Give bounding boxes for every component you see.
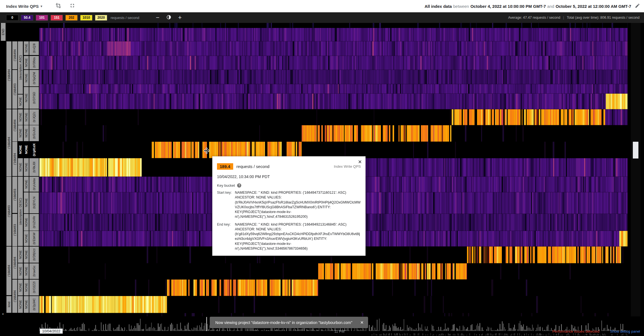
key-range-chip-keys[interactable]: (b'yUebo [29, 177, 39, 192]
key-range-chip-keys[interactable]: (b'D9jVzl [29, 247, 39, 263]
key-range-chip-group-4[interactable]: NONE [24, 70, 29, 86]
legend-stop: 50.4 [21, 15, 33, 21]
key-range-chip-keys[interactable]: (b'U2VRr [29, 214, 39, 231]
vertical-scrollbar-track[interactable] [631, 23, 640, 316]
legend-stop: 101 [36, 15, 48, 21]
legend-stop: 1010 [80, 15, 92, 21]
show-debug-panel-link[interactable]: Show debug panel [610, 329, 640, 333]
key-range-chip-group-4[interactable]: NONE [24, 296, 29, 313]
key-range-chip-keys[interactable]: (b'O2Z2l [29, 280, 39, 295]
key-range-chip-group-1[interactable]: ('166494 [6, 109, 11, 176]
key-range-chip-group-4[interactable]: NONE [24, 192, 29, 213]
key-range-sidebar: * END('166494('166494('166493('166494kin… [0, 23, 39, 316]
tooltip-metric-label: Index Write QPS [334, 164, 361, 169]
zoom-in-button[interactable]: + [178, 15, 182, 21]
key-range-chip-group-2[interactable]: ('166494 [12, 41, 17, 69]
tooltip-close-icon[interactable]: ✕ [358, 159, 362, 165]
key-range-chip-group-2[interactable]: ('166494 [12, 142, 17, 176]
performance-warning-text: Performance issues detected [552, 329, 599, 333]
legend-toolbar: 050.410115120210102020 requests / second… [0, 12, 644, 23]
key-range-chip-group-2[interactable]: ('166493 [12, 70, 17, 109]
key-range-chip-keys[interactable]: (b'2p34C [29, 296, 39, 313]
end-key-value: NAMESPACE: '' KIND: kind PROPERTIES: ('1… [235, 222, 361, 251]
key-range-chip-group-4[interactable]: NONE [24, 142, 29, 158]
key-range-chip-group-2[interactable]: ('166494 [12, 280, 17, 313]
crop-button[interactable] [54, 2, 62, 10]
legend-stop: 202 [65, 15, 78, 21]
metric-dropdown-label: Index Write QPS [6, 4, 39, 9]
legend-stop: 0 [6, 15, 18, 21]
stats-divider: | [563, 16, 564, 20]
start-key-label: Start key: [217, 190, 235, 219]
key-range-chip-group-4[interactable]: NONE [24, 56, 29, 69]
legend-units-label: requests / second [111, 16, 139, 20]
key-range-chip-keys[interactable]: (b'JQZc [29, 109, 39, 125]
timeline-playhead[interactable] [206, 317, 207, 331]
end-key-label: End key: [217, 222, 235, 251]
timeline-date-chip: 10/04/2022 [40, 328, 63, 334]
key-range-chip-keys[interactable]: (b'EbKW [29, 231, 39, 246]
key-range-chip-group-2[interactable]: ('166494 [12, 109, 17, 141]
key-range-chip-keys[interactable]: (b'EnJlzl [29, 125, 39, 141]
legend-stop: 151 [51, 15, 63, 21]
key-range-chip-keys[interactable]: (b'l39ds [29, 56, 39, 69]
key-range-chip-group-3[interactable]: NONE [18, 263, 23, 279]
key-range-chip-group-3[interactable]: NONE [18, 280, 23, 295]
key-range-chip-group-3[interactable]: NONE [18, 94, 23, 108]
key-range-chip-group-3[interactable]: (description: DESC) [18, 177, 23, 246]
fullscreen-button[interactable] [68, 2, 76, 10]
key-range-chip-keys[interactable]: (b'SpQNl [29, 70, 39, 86]
key-range-chip-group-4[interactable]: NONE [24, 41, 29, 55]
help-icon[interactable]: ? [237, 183, 241, 188]
key-range-chip-group-1[interactable]: ('166493 [6, 177, 11, 246]
key-range-chip-group-2[interactable]: ('166494 [12, 247, 17, 279]
time-range-summary: All index data between October 4, 2022 a… [424, 0, 631, 12]
key-range-chip-group-4[interactable]: NONE [24, 87, 29, 109]
project-toast: Now viewing project "datastore-mode-kv-n… [210, 317, 368, 328]
key-range-chip-group-4[interactable]: NONE [24, 231, 29, 246]
key-range-chip-group-4[interactable]: NONE [24, 158, 29, 176]
key-range-chip-group-3[interactable]: NONE [18, 158, 23, 176]
key-range-chip-keys[interactable]: (b'D7SEl [29, 87, 39, 109]
metric-dropdown[interactable]: Index Write QPS ▾ [6, 4, 42, 9]
start-key-value: NAMESPACE: '' KIND: kind PROPERTIES: ('1… [235, 190, 361, 219]
toast-message: Now viewing project "datastore-mode-kv-n… [215, 320, 352, 325]
key-range-chip-group-4[interactable]: NONE [24, 109, 29, 125]
tooltip-header: 189.4 requests / second Index Write QPS [217, 163, 361, 170]
key-range-chip-group-3[interactable]: NONE [18, 142, 23, 158]
key-range-chip-group-4[interactable]: NONE [24, 214, 29, 231]
key-range-chip-keys[interactable]: (b'owGc [29, 263, 39, 279]
range-start: October 4, 2022 at 10:00:00 PM GMT-7 [470, 4, 546, 9]
key-range-chip-group-1[interactable]: ('166494 [6, 41, 11, 109]
qps-value-badge: 189.4 [217, 163, 233, 170]
key-range-chip-keys[interactable]: (b'g81dX [29, 142, 39, 158]
key-range-chip-group-4[interactable]: NONE [24, 263, 29, 279]
edit-range-button[interactable] [633, 2, 641, 10]
fullscreen-icon [70, 3, 75, 10]
key-range-chip-group-1[interactable]: kind [6, 296, 11, 313]
key-range-chip-group-4[interactable]: NONE [24, 280, 29, 295]
key-range-chip-keys[interactable]: (b'xQ3l [29, 41, 39, 55]
key-range-chip-group-4[interactable]: NONE [24, 125, 29, 141]
tooltip-timestamp: 10/04/2022, 10:34:00 PM PDT [217, 174, 361, 179]
key-range-chip-group-3[interactable]: (description: ASC) [18, 41, 23, 94]
key-range-chip-group-1[interactable]: ('166494 [6, 247, 11, 295]
key-range-chip-group-4[interactable]: NONE [24, 247, 29, 263]
key-range-chip-keys[interactable]: (b'RkJ0l [29, 158, 39, 176]
zoom-out-button[interactable]: − [156, 15, 159, 21]
key-range-chip-group-3[interactable]: NONE [18, 109, 23, 125]
vertical-scrollbar-thumb[interactable] [633, 142, 638, 158]
key-range-chip-keys[interactable]: (b'jDYLN [29, 192, 39, 213]
key-range-chip-group-3[interactable]: NONE [18, 296, 23, 313]
toast-close-icon[interactable]: ✕ [360, 320, 364, 325]
timeline-tick-label: 11 PM [334, 329, 345, 333]
key-range-chip-group-2[interactable]: ('166493 [12, 177, 17, 213]
total-stat: Total (avg over time): 806.91 requests /… [567, 16, 640, 20]
key-range-chip-group-3[interactable]: NONE [18, 125, 23, 141]
keyspace-start-marker: * [2, 313, 4, 317]
key-range-chip-group-2[interactable]: ('166493 [12, 214, 17, 246]
key-range-chip-axis[interactable]: END [1, 23, 6, 41]
contrast-icon[interactable] [166, 15, 171, 21]
key-range-chip-group-3[interactable]: NONE [18, 247, 23, 263]
key-range-chip-group-4[interactable]: NONE [24, 177, 29, 192]
